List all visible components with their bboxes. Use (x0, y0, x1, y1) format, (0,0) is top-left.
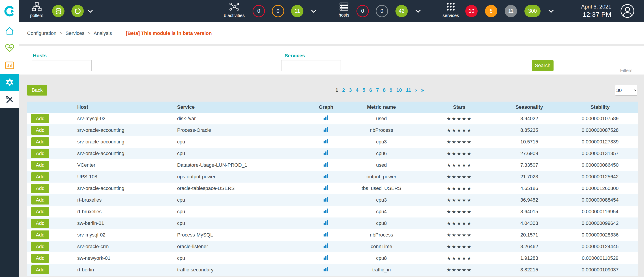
graph-icon[interactable] (323, 127, 329, 134)
pagination-next[interactable]: › (415, 87, 417, 93)
add-button[interactable]: Add (31, 126, 49, 135)
graph-icon[interactable] (323, 267, 329, 273)
breadcrumb: Configuration > Services > Analysis [Bet… (19, 22, 644, 44)
add-button[interactable]: Add (31, 231, 49, 240)
hosts-icon (340, 2, 348, 12)
host-cell: rt-bruxelles (72, 206, 173, 218)
add-button[interactable]: Add (31, 137, 49, 146)
add-button[interactable]: Add (31, 207, 49, 216)
graph-icon[interactable] (323, 197, 329, 203)
back-button[interactable]: Back (27, 85, 47, 96)
filter-panel: Hosts Services Search Filters (19, 46, 644, 74)
sidebar-item-monitoring[interactable] (0, 39, 19, 57)
page-size-select[interactable]: 30 (615, 85, 637, 96)
add-button[interactable]: Add (31, 184, 49, 193)
sync-icon (74, 8, 81, 14)
breadcrumb-separator: > (88, 30, 90, 36)
hosts-up-badge[interactable]: 42 (396, 5, 408, 17)
service-cell: cpu (173, 148, 312, 159)
stability-cell: 0.000000099642 (562, 218, 638, 229)
stability-cell: 0.000000087528 (562, 124, 638, 136)
services-warning-badge[interactable]: 8 (485, 5, 497, 17)
page-link[interactable]: 11 (406, 87, 411, 93)
sidebar-item-configuration[interactable] (0, 74, 19, 91)
topbar: pollers b.activities 0 0 11 (0, 0, 644, 22)
page-link[interactable]: 8 (383, 87, 386, 93)
poller-database-status[interactable] (52, 5, 64, 17)
graph-icon[interactable] (323, 220, 329, 227)
page-link[interactable]: 10 (396, 87, 402, 93)
graph-icon[interactable] (323, 232, 329, 238)
seasonality-cell: 4.65186 (496, 183, 562, 194)
hosts-filter-input[interactable] (32, 60, 92, 71)
hosts-label: hosts (338, 12, 349, 18)
breadcrumb-item-services[interactable]: Services (66, 30, 84, 36)
hosts-down-badge[interactable]: 0 (356, 5, 369, 17)
graph-icon[interactable] (323, 138, 329, 145)
seasonality-cell: 3.82215 (496, 264, 562, 276)
graph-icon[interactable] (323, 162, 329, 169)
breadcrumb-item-analysis[interactable]: Analysis (94, 30, 112, 36)
page-link[interactable]: 2 (342, 87, 345, 93)
add-button[interactable]: Add (31, 196, 49, 205)
bactivities-ok-badge[interactable]: 11 (291, 5, 304, 17)
add-button[interactable]: Add (31, 161, 49, 170)
graph-icon[interactable] (323, 255, 329, 262)
services-filter-input[interactable] (281, 60, 341, 71)
add-button[interactable]: Add (31, 242, 49, 251)
page-link[interactable]: 4 (356, 87, 358, 93)
metric-cell: cpu3 (340, 136, 422, 148)
hosts-menu[interactable]: hosts (333, 2, 355, 18)
pollers-chevron-down-icon[interactable] (87, 9, 93, 14)
table-row: Add rt-bruxelles cpu cpu4 ★★★★★ 3.64015 … (27, 206, 638, 218)
graph-icon[interactable] (323, 173, 329, 180)
service-cell: oracle-listener (173, 241, 312, 252)
services-unknown-badge[interactable]: 11 (505, 5, 517, 17)
centreon-logo[interactable] (0, 0, 19, 22)
poller-configuration-status[interactable] (72, 5, 84, 17)
bactivities-chevron-down-icon[interactable] (311, 9, 317, 14)
pagination-last[interactable]: » (421, 87, 424, 93)
service-cell: cpu (173, 194, 312, 206)
service-cell: cpu (173, 252, 312, 264)
service-cell: oracle-tablespace-USERS (173, 183, 312, 194)
hosts-chevron-down-icon[interactable] (415, 9, 421, 14)
user-menu[interactable] (620, 4, 634, 19)
bactivities-menu[interactable]: b.activities (222, 2, 247, 18)
graph-icon[interactable] (323, 208, 329, 215)
seasonality-cell: 1.91283 (496, 252, 562, 264)
sidebar-item-home[interactable] (0, 22, 19, 39)
add-button[interactable]: Add (31, 149, 49, 158)
page-link[interactable]: 3 (349, 87, 352, 93)
page-link[interactable]: 9 (390, 87, 392, 93)
metric-cell: nbProcess (340, 124, 422, 136)
graph-icon[interactable] (323, 243, 329, 250)
graph-icon[interactable] (323, 150, 329, 157)
services-chevron-down-icon[interactable] (548, 9, 554, 14)
sidebar-item-administration[interactable] (0, 91, 19, 108)
filters-label[interactable]: Filters (620, 68, 632, 73)
services-critical-badge[interactable]: 10 (465, 5, 478, 17)
pollers-menu[interactable]: pollers (26, 2, 47, 18)
services-menu[interactable]: services (439, 2, 462, 18)
graph-icon[interactable] (323, 185, 329, 192)
page-link[interactable]: 1 (336, 87, 338, 93)
add-button[interactable]: Add (31, 172, 49, 181)
add-button[interactable]: Add (31, 114, 49, 123)
add-button[interactable]: Add (31, 219, 49, 228)
bactivities-warning-badge[interactable]: 0 (272, 5, 284, 17)
bactivities-critical-badge[interactable]: 0 (252, 5, 265, 17)
col-header-service: Service (173, 102, 312, 113)
graph-icon[interactable] (323, 115, 329, 122)
page-link[interactable]: 6 (369, 87, 372, 93)
page-link[interactable]: 5 (362, 87, 365, 93)
services-ok-badge[interactable]: 300 (524, 5, 540, 17)
page-link[interactable]: 7 (376, 87, 379, 93)
sidebar-item-reporting[interactable] (0, 57, 19, 74)
breadcrumb-item-configuration[interactable]: Configuration (27, 30, 56, 36)
hosts-unreachable-badge[interactable]: 0 (376, 5, 388, 17)
beta-notice: [Beta] This module is in beta version (126, 30, 212, 36)
add-button[interactable]: Add (31, 265, 49, 274)
search-button[interactable]: Search (532, 60, 554, 71)
add-button[interactable]: Add (31, 254, 49, 263)
